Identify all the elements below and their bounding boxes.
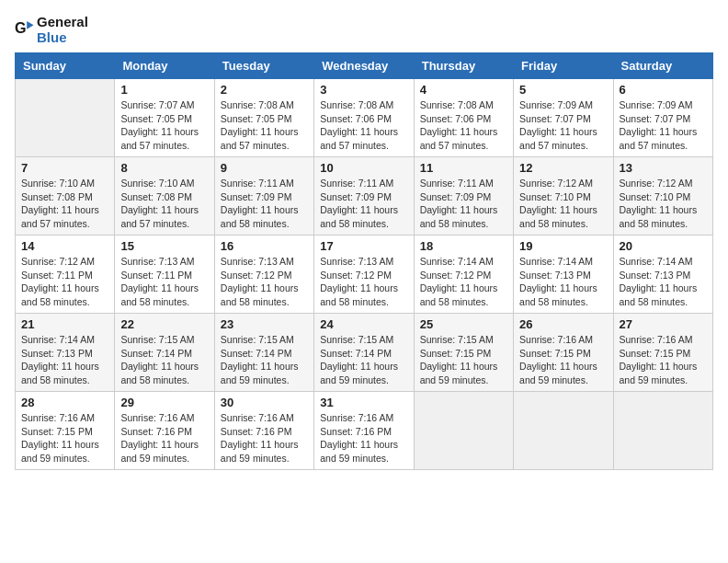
daylight-label: Daylight: 11 hours and 57 minutes. xyxy=(221,126,299,151)
day-info: Sunrise: 7:10 AM Sunset: 7:08 PM Dayligh… xyxy=(120,177,208,231)
day-info: Sunrise: 7:08 AM Sunset: 7:06 PM Dayligh… xyxy=(320,98,407,153)
daylight-label: Daylight: 11 hours and 59 minutes. xyxy=(620,361,698,385)
day-info: Sunrise: 7:09 AM Sunset: 7:07 PM Dayligh… xyxy=(620,98,707,153)
day-number: 23 xyxy=(221,317,308,331)
day-number: 6 xyxy=(620,83,707,97)
calendar-cell: 6 Sunrise: 7:09 AM Sunset: 7:07 PM Dayli… xyxy=(613,79,712,157)
sunset-label: Sunset: 7:08 PM xyxy=(21,191,93,202)
day-info: Sunrise: 7:11 AM Sunset: 7:09 PM Dayligh… xyxy=(221,177,308,231)
calendar-cell: 22 Sunrise: 7:15 AM Sunset: 7:14 PM Dayl… xyxy=(115,314,214,392)
day-number: 14 xyxy=(21,239,108,253)
calendar-cell: 27 Sunrise: 7:16 AM Sunset: 7:15 PM Dayl… xyxy=(613,314,712,392)
sunset-label: Sunset: 7:13 PM xyxy=(21,348,93,359)
day-header-thursday: Thursday xyxy=(414,53,513,79)
daylight-label: Daylight: 11 hours and 58 minutes. xyxy=(120,282,199,307)
day-number: 15 xyxy=(120,239,208,253)
sunrise-label: Sunrise: 7:13 AM xyxy=(221,256,294,267)
sunrise-label: Sunrise: 7:12 AM xyxy=(519,178,593,189)
calendar-cell: 7 Sunrise: 7:10 AM Sunset: 7:08 PM Dayli… xyxy=(16,157,115,236)
sunrise-label: Sunrise: 7:10 AM xyxy=(21,178,95,189)
sunset-label: Sunset: 7:13 PM xyxy=(519,270,591,281)
day-number: 16 xyxy=(221,239,308,253)
sunset-label: Sunset: 7:12 PM xyxy=(420,270,492,281)
sunrise-label: Sunrise: 7:16 AM xyxy=(21,412,95,423)
sunrise-label: Sunrise: 7:16 AM xyxy=(519,334,593,345)
logo: G General Blue xyxy=(15,15,88,45)
daylight-label: Daylight: 11 hours and 57 minutes. xyxy=(620,126,698,151)
calendar-cell: 30 Sunrise: 7:16 AM Sunset: 7:16 PM Dayl… xyxy=(214,392,313,470)
day-info: Sunrise: 7:13 AM Sunset: 7:12 PM Dayligh… xyxy=(320,255,407,309)
daylight-label: Daylight: 11 hours and 58 minutes. xyxy=(21,361,99,385)
calendar-cell: 11 Sunrise: 7:11 AM Sunset: 7:09 PM Dayl… xyxy=(414,157,513,236)
day-number: 17 xyxy=(320,239,407,253)
sunset-label: Sunset: 7:11 PM xyxy=(21,270,93,281)
sunset-label: Sunset: 7:14 PM xyxy=(320,348,392,359)
calendar-cell: 9 Sunrise: 7:11 AM Sunset: 7:09 PM Dayli… xyxy=(214,157,313,236)
sunset-label: Sunset: 7:11 PM xyxy=(120,270,192,281)
sunrise-label: Sunrise: 7:11 AM xyxy=(320,178,393,189)
sunset-label: Sunset: 7:06 PM xyxy=(420,113,492,124)
sunset-label: Sunset: 7:06 PM xyxy=(320,113,392,124)
sunrise-label: Sunrise: 7:14 AM xyxy=(519,256,593,267)
sunset-label: Sunset: 7:15 PM xyxy=(620,348,691,359)
sunset-label: Sunset: 7:07 PM xyxy=(519,113,591,124)
calendar-cell: 28 Sunrise: 7:16 AM Sunset: 7:15 PM Dayl… xyxy=(16,392,115,470)
sunrise-label: Sunrise: 7:13 AM xyxy=(120,256,194,267)
daylight-label: Daylight: 11 hours and 59 minutes. xyxy=(221,361,299,385)
day-number: 21 xyxy=(21,317,108,331)
daylight-label: Daylight: 11 hours and 59 minutes. xyxy=(320,439,398,464)
sunrise-label: Sunrise: 7:15 AM xyxy=(420,334,494,345)
calendar-week-row: 7 Sunrise: 7:10 AM Sunset: 7:08 PM Dayli… xyxy=(16,157,713,236)
daylight-label: Daylight: 11 hours and 58 minutes. xyxy=(320,282,398,307)
day-info: Sunrise: 7:12 AM Sunset: 7:11 PM Dayligh… xyxy=(21,255,108,309)
day-number: 5 xyxy=(519,83,607,97)
day-number: 4 xyxy=(420,83,507,97)
calendar-cell: 2 Sunrise: 7:08 AM Sunset: 7:05 PM Dayli… xyxy=(214,79,313,157)
day-header-sunday: Sunday xyxy=(16,53,115,79)
sunrise-label: Sunrise: 7:14 AM xyxy=(420,256,494,267)
daylight-label: Daylight: 11 hours and 58 minutes. xyxy=(519,282,597,307)
sunrise-label: Sunrise: 7:08 AM xyxy=(320,99,393,110)
sunset-label: Sunset: 7:16 PM xyxy=(320,426,392,437)
day-info: Sunrise: 7:16 AM Sunset: 7:16 PM Dayligh… xyxy=(120,411,208,465)
day-number: 3 xyxy=(320,83,407,97)
calendar-cell: 16 Sunrise: 7:13 AM Sunset: 7:12 PM Dayl… xyxy=(214,236,313,314)
daylight-label: Daylight: 11 hours and 58 minutes. xyxy=(120,361,199,385)
calendar-week-row: 14 Sunrise: 7:12 AM Sunset: 7:11 PM Dayl… xyxy=(16,236,713,314)
daylight-label: Daylight: 11 hours and 57 minutes. xyxy=(120,204,199,229)
sunset-label: Sunset: 7:09 PM xyxy=(320,191,392,202)
calendar-cell: 24 Sunrise: 7:15 AM Sunset: 7:14 PM Dayl… xyxy=(314,314,414,392)
calendar-cell: 21 Sunrise: 7:14 AM Sunset: 7:13 PM Dayl… xyxy=(16,314,115,392)
sunrise-label: Sunrise: 7:10 AM xyxy=(120,178,194,189)
sunrise-label: Sunrise: 7:08 AM xyxy=(420,99,494,110)
sunrise-label: Sunrise: 7:09 AM xyxy=(519,99,593,110)
sunset-label: Sunset: 7:07 PM xyxy=(620,113,691,124)
sunset-label: Sunset: 7:12 PM xyxy=(221,270,292,281)
day-header-tuesday: Tuesday xyxy=(214,53,313,79)
day-number: 24 xyxy=(320,317,407,331)
daylight-label: Daylight: 11 hours and 58 minutes. xyxy=(420,204,498,229)
day-info: Sunrise: 7:14 AM Sunset: 7:13 PM Dayligh… xyxy=(21,333,108,387)
logo-blue: Blue xyxy=(37,30,88,46)
calendar-cell: 29 Sunrise: 7:16 AM Sunset: 7:16 PM Dayl… xyxy=(115,392,214,470)
sunrise-label: Sunrise: 7:16 AM xyxy=(620,334,693,345)
day-number: 20 xyxy=(620,239,707,253)
daylight-label: Daylight: 11 hours and 57 minutes. xyxy=(120,126,199,151)
sunrise-label: Sunrise: 7:09 AM xyxy=(620,99,693,110)
sunset-label: Sunset: 7:16 PM xyxy=(120,426,192,437)
daylight-label: Daylight: 11 hours and 59 minutes. xyxy=(21,439,99,464)
calendar-cell: 23 Sunrise: 7:15 AM Sunset: 7:14 PM Dayl… xyxy=(214,314,313,392)
daylight-label: Daylight: 11 hours and 59 minutes. xyxy=(420,361,498,385)
daylight-label: Daylight: 11 hours and 58 minutes. xyxy=(420,282,498,307)
day-info: Sunrise: 7:16 AM Sunset: 7:15 PM Dayligh… xyxy=(21,411,108,465)
day-info: Sunrise: 7:15 AM Sunset: 7:14 PM Dayligh… xyxy=(320,333,407,387)
calendar-cell xyxy=(16,79,115,157)
daylight-label: Daylight: 11 hours and 57 minutes. xyxy=(320,126,398,151)
calendar-cell: 5 Sunrise: 7:09 AM Sunset: 7:07 PM Dayli… xyxy=(514,79,613,157)
day-number: 26 xyxy=(519,317,607,331)
sunset-label: Sunset: 7:15 PM xyxy=(519,348,591,359)
day-info: Sunrise: 7:16 AM Sunset: 7:16 PM Dayligh… xyxy=(221,411,308,465)
calendar-cell: 26 Sunrise: 7:16 AM Sunset: 7:15 PM Dayl… xyxy=(514,314,613,392)
calendar-cell: 25 Sunrise: 7:15 AM Sunset: 7:15 PM Dayl… xyxy=(414,314,513,392)
day-number: 25 xyxy=(420,317,507,331)
